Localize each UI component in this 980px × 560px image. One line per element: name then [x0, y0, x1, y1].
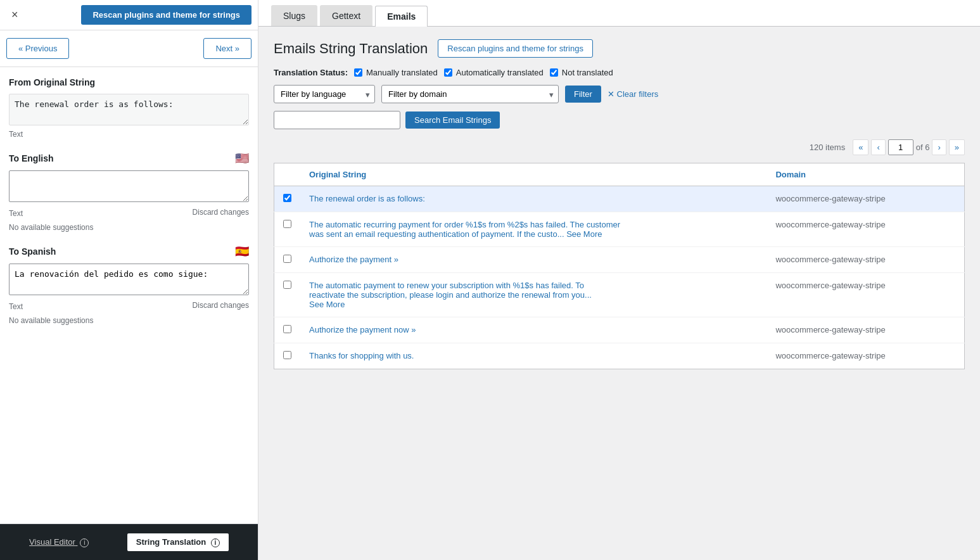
string-translation-button[interactable]: String Translation i [127, 533, 229, 551]
spanish-suggestions: No available suggestions [9, 316, 249, 325]
from-section-title: From Original String [9, 77, 249, 87]
table-header-row: Original String Domain [274, 163, 965, 186]
filter-row: Translation Status: Manually translated … [274, 68, 965, 77]
search-row: Search Email Strings [274, 111, 965, 129]
string-link[interactable]: Authorize the payment » [309, 255, 398, 264]
to-english-header: To English 🇺🇸 [9, 151, 249, 165]
visual-editor-info-icon: i [80, 538, 89, 547]
row-checkbox[interactable] [283, 255, 291, 263]
to-spanish-section: To Spanish 🇪🇸 La renovación del pedido e… [9, 245, 249, 325]
to-spanish-title: To Spanish [9, 246, 56, 257]
tab-emails[interactable]: Emails [375, 6, 428, 27]
filter-button[interactable]: Filter [565, 86, 601, 103]
domain-filter-wrap: Filter by domain [381, 85, 559, 103]
table-body: The renewal order is as follows:woocomme… [274, 186, 965, 369]
domain-col-header: Domain [767, 163, 964, 186]
main-content: Emails String Translation Rescan plugins… [258, 27, 980, 560]
see-more-link[interactable]: See More [309, 300, 345, 309]
string-link[interactable]: Thanks for shopping with us. [309, 351, 414, 360]
row-checkbox[interactable] [283, 220, 291, 228]
domain-cell: woocommerce-gateway-stripe [767, 317, 964, 343]
english-field-type: Text [9, 209, 23, 218]
page-number-input[interactable]: 1 [888, 139, 913, 155]
not-translated-label: Not translated [562, 68, 613, 77]
rescan-button[interactable]: Rescan plugins and theme for strings [438, 39, 593, 58]
row-checkbox[interactable] [283, 281, 291, 289]
to-english-title: To English [9, 153, 54, 163]
not-translated-checkbox[interactable] [550, 68, 558, 77]
table-row: Authorize the payment now »woocommerce-g… [274, 317, 965, 343]
table-row: The renewal order is as follows:woocomme… [274, 186, 965, 212]
save-translation-button[interactable]: Rescan plugins and theme for strings [81, 5, 251, 25]
row-checkbox[interactable] [283, 351, 291, 359]
table-row: Authorize the payment »woocommerce-gatew… [274, 247, 965, 273]
filter-selects-row: Filter by language Filter by domain Filt… [274, 85, 965, 103]
to-spanish-input[interactable]: La renovación del pedido es como sigue: [9, 264, 249, 295]
spanish-discard-link[interactable]: Discard changes [193, 301, 249, 310]
english-discard-link[interactable]: Discard changes [193, 208, 249, 217]
strings-table: Original String Domain The renewal order… [274, 163, 965, 369]
language-filter-select[interactable]: Filter by language [274, 85, 375, 103]
string-link[interactable]: Authorize the payment now » [309, 325, 416, 334]
english-suggestions: No available suggestions [9, 223, 249, 232]
right-panel: Slugs Gettext Emails Emails String Trans… [258, 0, 980, 560]
string-link[interactable]: The automatic payment to renew your subs… [309, 281, 592, 300]
from-string-textarea[interactable]: The renewal order is as follows: [9, 94, 249, 125]
tab-slugs[interactable]: Slugs [271, 5, 317, 26]
page-header: Emails String Translation Rescan plugins… [274, 39, 965, 58]
pagination: 120 items « ‹ 1 of 6 › » [274, 139, 965, 155]
spanish-field-type: Text [9, 302, 23, 311]
see-more-link[interactable]: See More [564, 229, 602, 239]
manually-translated-checkbox-group[interactable]: Manually translated [354, 68, 438, 77]
spanish-field-row: Text Discard changes [9, 300, 249, 311]
bottom-bar: Visual Editor i String Translation i [0, 524, 258, 560]
table-row: The automatic recurring payment for orde… [274, 212, 965, 247]
spanish-flag-icon: 🇪🇸 [235, 245, 249, 258]
translation-status-label: Translation Status: [274, 68, 348, 77]
previous-button[interactable]: « Previous [6, 38, 69, 59]
row-checkbox[interactable] [283, 325, 291, 333]
domain-cell: woocommerce-gateway-stripe [767, 273, 964, 317]
domain-cell: woocommerce-gateway-stripe [767, 186, 964, 212]
automatically-translated-label: Automatically translated [456, 68, 544, 77]
last-page-button[interactable]: » [949, 139, 965, 155]
manually-translated-label: Manually translated [366, 68, 438, 77]
domain-cell: woocommerce-gateway-stripe [767, 212, 964, 247]
tab-gettext[interactable]: Gettext [320, 5, 372, 26]
to-english-input[interactable] [9, 170, 249, 202]
prev-page-button[interactable]: ‹ [871, 139, 885, 155]
string-link[interactable]: The renewal order is as follows: [309, 194, 425, 203]
language-filter-wrap: Filter by language [274, 85, 375, 103]
next-page-button[interactable]: › [932, 139, 946, 155]
first-page-button[interactable]: « [853, 139, 869, 155]
clear-filters-button[interactable]: ✕ Clear filters [608, 89, 658, 99]
top-bar: × Rescan plugins and theme for strings [0, 0, 258, 30]
not-translated-checkbox-group[interactable]: Not translated [550, 68, 613, 77]
domain-cell: woocommerce-gateway-stripe [767, 247, 964, 273]
english-field-row: Text Discard changes [9, 207, 249, 218]
from-field-type: Text [9, 130, 249, 139]
table-row: The automatic payment to renew your subs… [274, 273, 965, 317]
row-checkbox[interactable] [283, 194, 291, 202]
domain-filter-select[interactable]: Filter by domain [381, 85, 559, 103]
original-string-col-header: Original String [300, 163, 767, 186]
next-button[interactable]: Next » [203, 38, 251, 59]
search-button[interactable]: Search Email Strings [405, 111, 500, 129]
english-flag-icon: 🇺🇸 [235, 151, 249, 165]
automatically-translated-checkbox[interactable] [444, 68, 452, 77]
domain-cell: woocommerce-gateway-stripe [767, 343, 964, 369]
search-input[interactable] [274, 111, 400, 129]
tabs-bar: Slugs Gettext Emails [258, 0, 980, 27]
visual-editor-link[interactable]: Visual Editor i [29, 537, 89, 547]
left-panel: × Rescan plugins and theme for strings «… [0, 0, 258, 560]
automatically-translated-checkbox-group[interactable]: Automatically translated [444, 68, 544, 77]
checkbox-col-header [274, 163, 301, 186]
of-pages-label: of 6 [916, 143, 930, 152]
to-spanish-header: To Spanish 🇪🇸 [9, 245, 249, 258]
left-content: From Original String The renewal order i… [0, 67, 258, 524]
close-button[interactable]: × [6, 6, 23, 24]
nav-bar: « Previous Next » [0, 30, 258, 67]
manually-translated-checkbox[interactable] [354, 68, 362, 77]
page-title: Emails String Translation [274, 41, 428, 57]
string-translation-info-icon: i [211, 538, 220, 547]
